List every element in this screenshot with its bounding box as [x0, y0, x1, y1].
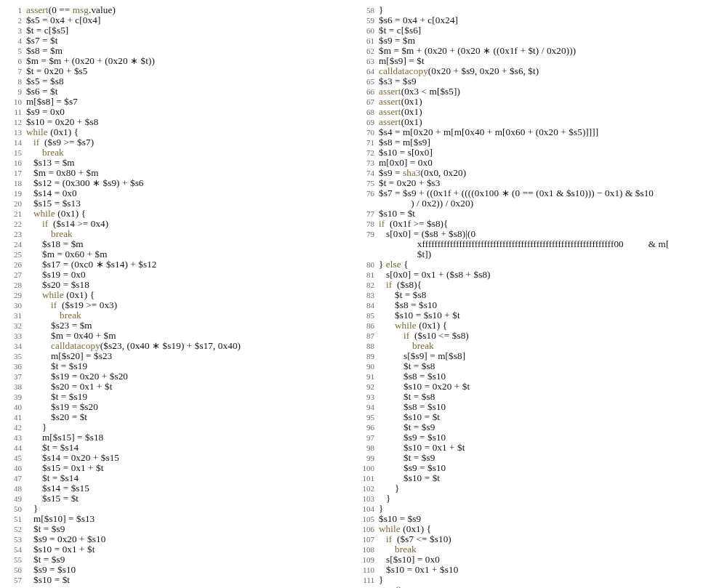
- line-number: 105: [357, 515, 379, 523]
- line-number: 106: [357, 525, 379, 533]
- code-line: 55$t = $s9: [4, 554, 357, 564]
- code-line: 111}: [357, 574, 724, 584]
- code-line: 82if ($s8){: [357, 279, 724, 289]
- code-line: 76$s7 = $s9 + ((0x1f + ((((0x100 ∗ (0 ==…: [357, 188, 724, 198]
- line-number: 81: [357, 270, 379, 279]
- code-line: 40$s19 = $s20: [4, 401, 357, 411]
- code-line: 44$t = $s14: [4, 442, 357, 452]
- line-number: 100: [357, 464, 379, 472]
- line-number: 75: [357, 179, 379, 188]
- code-line: 11$s9 = 0x0: [4, 106, 357, 116]
- line-number: 24: [4, 240, 26, 249]
- line-number: 58: [357, 6, 379, 15]
- code-line: 86while (0x1) {: [357, 320, 724, 330]
- code-line: 46$s15 = 0x1 + $t: [4, 462, 357, 472]
- line-number: 86: [357, 321, 379, 330]
- line-number: 64: [357, 67, 379, 76]
- code-line: 5$s8 = $m: [4, 45, 357, 55]
- code-column-left: 1assert(0 == msg.value)2$s5 = 0x4 + c[0x…: [0, 4, 357, 588]
- code-line: 102}: [357, 483, 724, 493]
- line-number: 51: [4, 515, 26, 523]
- line-number: 14: [4, 138, 26, 147]
- line-number: 78: [357, 220, 379, 228]
- line-number: 16: [4, 158, 26, 167]
- line-number: 90: [357, 362, 379, 371]
- line-number: 46: [4, 464, 26, 472]
- code-line: 26$s17 = (0xc0 ∗ $s14) + $s12: [4, 259, 357, 269]
- line-number: 29: [4, 291, 26, 299]
- line-number: 2: [4, 16, 26, 25]
- line-number: 37: [4, 372, 26, 381]
- line-number: 85: [357, 311, 379, 320]
- line-number: 77: [357, 209, 379, 218]
- line-number: 110: [357, 565, 379, 574]
- code-line: 96$t = $s9: [357, 422, 724, 432]
- code-line: 1assert(0 == msg.value): [4, 4, 357, 15]
- code-line: 75$t = 0x20 + $s3: [357, 177, 724, 188]
- line-number: 15: [4, 148, 26, 157]
- line-number: 82: [357, 281, 379, 289]
- line-number: 73: [357, 158, 379, 167]
- line-number: 17: [4, 169, 26, 177]
- line-number: 5: [4, 47, 26, 55]
- code-line: 20$s15 = $s13: [4, 198, 357, 208]
- code-line: 94$s8 = $s10: [357, 401, 724, 411]
- line-number: 89: [357, 352, 379, 361]
- code-line: xfffffffffffffffffffffffffffffffffffffff…: [357, 238, 724, 249]
- line-number: 83: [357, 291, 379, 299]
- line-number: 62: [357, 47, 379, 55]
- code-line: 24$s18 = $m: [4, 238, 357, 249]
- code-line: 57$s10 = $t: [4, 574, 357, 584]
- code-line: 29while (0x1) {: [4, 289, 357, 299]
- line-number: 39: [4, 392, 26, 401]
- line-number: 35: [4, 352, 26, 361]
- code-line: 51m[$s10] = $s13: [4, 513, 357, 523]
- line-number: 61: [357, 36, 379, 45]
- code-line: 43m[$s15] = $s18: [4, 432, 357, 442]
- code-line: 69assert(0x1): [357, 116, 724, 126]
- line-number: 74: [357, 169, 379, 177]
- line-number: 8: [4, 77, 26, 86]
- code-line: 58}: [357, 4, 724, 15]
- line-number: 96: [357, 423, 379, 432]
- line-number: 104: [357, 504, 379, 513]
- line-number: 57: [4, 576, 26, 584]
- line-number: 84: [357, 301, 379, 310]
- code-line: 89s[$s9] = m[$s8]: [357, 350, 724, 361]
- code-line: 25$m = 0x60 + $m: [4, 249, 357, 259]
- code-line: 17$m = 0x80 + $m: [4, 167, 357, 177]
- code-column-right: 58}59$s6 = 0x4 + c[0x24]60$t = c[$s6]61$…: [357, 4, 724, 588]
- line-number: 13: [4, 128, 26, 137]
- code-line: 53$s9 = 0x20 + $s10: [4, 533, 357, 544]
- code-line: 9$s6 = $t: [4, 86, 357, 96]
- code-line: 30if ($s19 >= 0x3): [4, 299, 357, 310]
- code-line: 18$s12 = (0x300 ∗ $s9) + $s6: [4, 177, 357, 188]
- code-line: 39$t = $s19: [4, 391, 357, 401]
- line-number: 99: [357, 454, 379, 462]
- code-line: 41$s20 = $t: [4, 411, 357, 422]
- code-line: 79s[0x0] = ($s8 + $s8)|(0: [357, 228, 724, 238]
- code-line: 49$s15 = $t: [4, 493, 357, 503]
- line-number: 56: [4, 565, 26, 574]
- code-line: 48$s14 = $s15: [4, 483, 357, 493]
- code-line: 66assert(0x3 < m[$s5]): [357, 86, 724, 96]
- code-line: 14if ($s9 >= $s7): [4, 137, 357, 147]
- code-line: 88break: [357, 340, 724, 350]
- line-number: 44: [4, 443, 26, 452]
- code-line: 101$s10 = $t: [357, 472, 724, 483]
- code-line: 31break: [4, 310, 357, 320]
- line-number: 76: [357, 189, 379, 198]
- code-line: 54$s10 = 0x1 + $t: [4, 544, 357, 554]
- line-number: 25: [4, 250, 26, 259]
- code-line: 7$t = 0x20 + $s5: [4, 65, 357, 76]
- line-number: 101: [357, 474, 379, 483]
- code-line: 77$s10 = $t: [357, 208, 724, 218]
- code-text: $s10 = $t: [26, 574, 70, 586]
- line-number: 68: [357, 108, 379, 116]
- line-number: 28: [4, 281, 26, 289]
- line-number: 9: [4, 87, 26, 96]
- line-number: 79: [357, 230, 379, 238]
- code-line: 72$s10 = s[0x0]: [357, 147, 724, 157]
- line-number: 67: [357, 97, 379, 106]
- line-number: 71: [357, 138, 379, 147]
